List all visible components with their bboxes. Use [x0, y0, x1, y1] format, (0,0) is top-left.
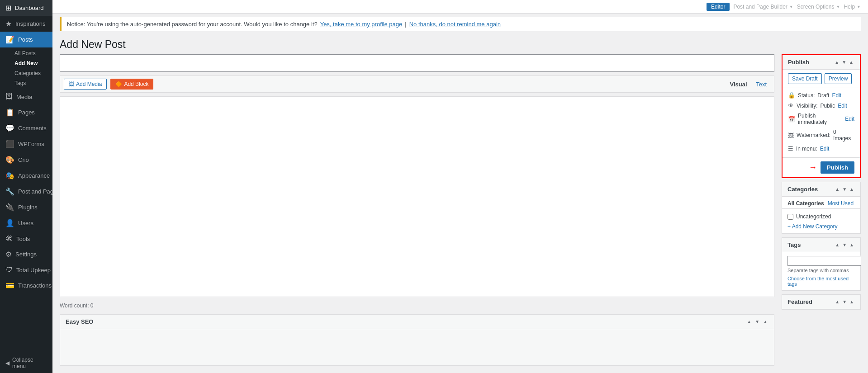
sidebar-item-posts[interactable]: 📝 Posts	[0, 32, 52, 47]
sidebar-item-tools[interactable]: 🛠 Tools	[0, 231, 52, 246]
tags-toggle-btn[interactable]: ▲	[849, 241, 855, 248]
sidebar-item-media[interactable]: 🖼 Media	[0, 89, 52, 104]
publish-actions: Save Draft Preview	[783, 70, 860, 88]
featured-up-btn[interactable]: ▲	[834, 298, 840, 305]
watermark-icon: 🖼	[788, 132, 794, 139]
tags-input[interactable]	[787, 256, 861, 266]
page-header: Add New Post	[52, 31, 868, 54]
publish-down-btn[interactable]: ▼	[841, 59, 847, 66]
text-tab[interactable]: Text	[752, 79, 770, 90]
plugins-icon: 🔌	[5, 203, 14, 212]
sidebar-item-comments[interactable]: 💬 Comments	[0, 120, 52, 136]
editor-body[interactable]	[60, 96, 774, 297]
sidebar-item-wpforms[interactable]: ⬛ WPForms	[0, 136, 52, 152]
menu-row: ☰ In menu: Edit	[788, 143, 854, 154]
sidebar-sub-tags[interactable]: Tags	[13, 78, 52, 88]
help-link[interactable]: Help ▼	[844, 4, 861, 10]
add-new-category-link[interactable]: + Add New Category	[787, 223, 855, 230]
choose-tags-link[interactable]: Choose from the most used tags	[782, 276, 860, 290]
sidebar-item-pages[interactable]: 📋 Pages	[0, 104, 52, 120]
tags-controls: ▲ ▼ ▲	[834, 241, 855, 248]
publish-up-btn[interactable]: ▲	[834, 59, 840, 66]
visibility-icon: 👁	[788, 102, 794, 109]
easy-seo-toggle-btn[interactable]: ▲	[762, 318, 768, 325]
watermark-row: 🖼 Watermarked: 0 Images	[788, 127, 854, 143]
sidebar-sub-add-new[interactable]: Add New	[13, 58, 52, 68]
easy-seo-header[interactable]: Easy SEO ▲ ▼ ▲	[60, 315, 774, 329]
sidebar-sub-all-posts[interactable]: All Posts	[13, 48, 52, 58]
category-label-uncategorized: Uncategorized	[796, 213, 831, 220]
dismiss-notice-link[interactable]: No thanks, do not remind me again	[409, 21, 501, 28]
post-title-input[interactable]	[60, 54, 774, 72]
categories-down-btn[interactable]: ▼	[841, 186, 848, 193]
publish-panel-controls: ▲ ▼ ▲	[834, 59, 854, 66]
collapse-menu[interactable]: ◀ Collapse menu	[0, 353, 52, 373]
publish-time-edit-link[interactable]: Edit	[845, 116, 854, 122]
publish-button[interactable]: Publish	[821, 161, 854, 174]
dashboard-icon: ⊞	[5, 4, 11, 12]
editor-button[interactable]: Editor	[707, 3, 730, 11]
sidebar-item-inspirations[interactable]: ★ Inspirations	[0, 16, 52, 32]
posts-submenu: All Posts Add New Categories Tags	[0, 47, 52, 89]
sidebar-item-dashboard[interactable]: ⊞ Dashboard	[0, 0, 52, 16]
page-title: Add New Post	[60, 38, 861, 51]
preview-button[interactable]: Preview	[825, 73, 852, 84]
easy-seo-up-btn[interactable]: ▲	[746, 318, 752, 325]
category-checkbox-uncategorized[interactable]	[787, 214, 793, 220]
save-draft-button[interactable]: Save Draft	[788, 73, 822, 84]
meta-box-controls: ▲ ▼ ▲	[746, 318, 768, 325]
menu-edit-link[interactable]: Edit	[820, 146, 830, 152]
featured-title: Featured	[787, 298, 812, 305]
settings-icon: ⚙	[5, 250, 12, 259]
sidebar-item-settings[interactable]: ⚙ Settings	[0, 246, 52, 262]
sidebar-item-total-upkeep[interactable]: 🛡 Total Upkeep	[0, 262, 52, 278]
publish-panel-title: Publish	[788, 59, 809, 66]
screen-options-link[interactable]: Screen Options ▼	[797, 4, 840, 10]
tags-up-btn[interactable]: ▲	[834, 241, 840, 248]
calendar-icon: 📅	[788, 116, 795, 123]
editor-tabs: Visual Text	[726, 79, 770, 90]
add-media-button[interactable]: 🖼 Add Media	[64, 79, 107, 90]
categories-tabs: All Categories Most Used	[782, 197, 860, 209]
menu-icon: ☰	[788, 145, 793, 152]
posts-icon: 📝	[5, 35, 14, 44]
visibility-row: 👁 Visibility: Public Edit	[788, 100, 854, 111]
wpforms-icon: ⬛	[5, 140, 14, 148]
sidebar-item-users[interactable]: 👤 Users	[0, 215, 52, 231]
tags-down-btn[interactable]: ▼	[841, 241, 848, 248]
add-block-button[interactable]: 🔶 Add Block	[110, 79, 153, 90]
profile-link[interactable]: Yes, take me to my profile page	[320, 21, 403, 28]
post-page-builder-link[interactable]: Post and Page Builder ▼	[733, 4, 793, 10]
most-used-tab[interactable]: Most Used	[828, 200, 854, 207]
sidebar-item-appearance[interactable]: 🎭 Appearance	[0, 168, 52, 184]
featured-toggle-btn[interactable]: ▲	[849, 298, 855, 305]
publish-toggle-btn[interactable]: ▲	[848, 59, 854, 66]
easy-seo-box: Easy SEO ▲ ▼ ▲	[60, 314, 774, 366]
editor-toolbar: 🖼 Add Media 🔶 Add Block Visual Text	[60, 76, 774, 93]
publish-time-row: 📅 Publish immediately Edit	[788, 111, 854, 127]
sidebar-sub-categories[interactable]: Categories	[13, 68, 52, 78]
sidebar-item-transactions[interactable]: 💳 Transactions	[0, 278, 52, 293]
categories-toggle-btn[interactable]: ▲	[849, 186, 855, 193]
categories-title: Categories	[787, 186, 818, 193]
sidebar-item-crio[interactable]: 🎨 Crio	[0, 152, 52, 168]
transactions-icon: 💳	[5, 281, 14, 290]
appearance-icon: 🎭	[5, 171, 14, 180]
status-edit-link[interactable]: Edit	[832, 92, 841, 99]
content-area: 🖼 Add Media 🔶 Add Block Visual Text	[52, 54, 868, 373]
inspirations-icon: ★	[5, 19, 12, 28]
featured-down-btn[interactable]: ▼	[841, 298, 848, 305]
collapse-arrow-icon: ◀	[5, 360, 9, 366]
easy-seo-body	[60, 329, 774, 365]
featured-panel-header: Featured ▲ ▼ ▲	[782, 295, 860, 309]
sidebar-item-plugins[interactable]: 🔌 Plugins	[0, 199, 52, 215]
ppb-icon: 🔧	[5, 187, 14, 196]
categories-up-btn[interactable]: ▲	[834, 186, 840, 193]
all-categories-tab[interactable]: All Categories	[787, 200, 824, 207]
visibility-edit-link[interactable]: Edit	[838, 103, 847, 109]
visual-tab[interactable]: Visual	[726, 79, 750, 90]
right-sidebar: Publish ▲ ▼ ▲ Save Draft Preview 🔒	[782, 54, 861, 366]
sidebar-item-ppb[interactable]: 🔧 Post and Page Builder	[0, 184, 52, 199]
categories-body: Uncategorized + Add New Category	[782, 209, 860, 233]
easy-seo-down-btn[interactable]: ▼	[754, 318, 760, 325]
